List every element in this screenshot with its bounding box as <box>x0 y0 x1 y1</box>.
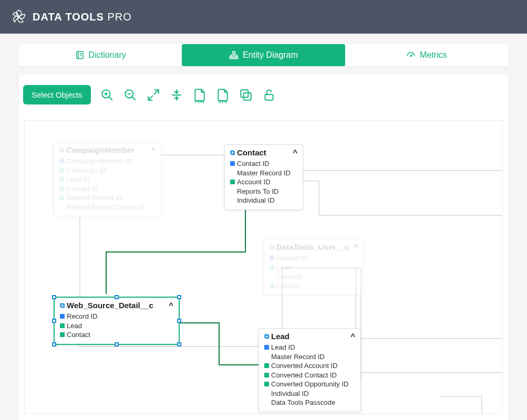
field-row: Record ID <box>60 312 173 321</box>
field-row: Converted Contact ID <box>264 371 355 380</box>
entity-web-source-detail[interactable]: ⧉ Web_Source_Detail__c ^ Record IDLeadCo… <box>54 297 180 345</box>
field-label: Converted Account ID <box>271 361 337 371</box>
entity-header[interactable]: ⧉ Web_Source_Detail__c ^ <box>55 298 179 311</box>
field-label: Contract <box>276 272 302 281</box>
field-row: Lead <box>60 321 173 331</box>
entity-header[interactable]: ⧉ Contact ^ <box>225 145 303 158</box>
field-marker <box>60 332 65 337</box>
export-png-icon[interactable]: PNG <box>193 88 206 102</box>
field-label: Master Record ID <box>237 169 291 178</box>
field-row: Contact <box>60 330 173 340</box>
field-label: Campaign Member ID <box>66 156 133 166</box>
resize-handle[interactable] <box>115 342 119 346</box>
field-row: Individual ID <box>264 389 355 398</box>
field-row: Campaign ID <box>59 166 156 175</box>
field-row: Account ID <box>230 177 297 187</box>
resize-handle[interactable] <box>177 319 181 323</box>
brand-bold: DATA TOOLS <box>33 11 104 23</box>
tab-dictionary[interactable]: Dictionary <box>19 44 182 66</box>
field-marker <box>230 171 235 175</box>
field-marker <box>60 314 65 319</box>
export-svg-icon[interactable]: SVG <box>216 88 230 102</box>
field-label: Converted Opportunity ID <box>271 380 348 389</box>
svg-rect-10 <box>265 94 273 100</box>
chevron-up-icon[interactable]: ^ <box>350 332 355 341</box>
external-link-icon: ⧉ <box>264 332 269 341</box>
field-row: Related Record ID <box>59 193 156 203</box>
entity-datatools-user[interactable]: ⧉ DataTools_User__c ^ Record IDLeadContr… <box>264 239 364 295</box>
resize-handle[interactable] <box>177 342 181 346</box>
tab-dictionary-label: Dictionary <box>89 50 126 60</box>
unlock-icon[interactable] <box>262 88 276 102</box>
resize-handle[interactable] <box>177 295 181 299</box>
entity-fields: Lead IDMaster Record IDConverted Account… <box>259 342 360 412</box>
external-link-icon: ⧉ <box>230 149 235 157</box>
entity-title: CampaignMember <box>66 145 135 154</box>
entity-contact[interactable]: ⧉ Contact ^ Contact IDMaster Record IDAc… <box>224 144 303 210</box>
png-label: PNG <box>195 99 204 104</box>
field-marker <box>230 189 235 194</box>
entity-header[interactable]: ⧉ DataTools_User__c ^ <box>264 239 363 253</box>
brand-light: PRO <box>104 11 132 23</box>
field-marker <box>59 186 64 191</box>
logo-icon <box>11 8 27 25</box>
copy-icon[interactable] <box>239 88 253 102</box>
resize-handle[interactable] <box>52 342 56 346</box>
field-marker <box>264 363 269 368</box>
svg-rect-9 <box>241 90 248 97</box>
collapse-icon[interactable] <box>170 88 183 102</box>
field-marker <box>264 345 269 350</box>
zoom-out-icon[interactable] <box>123 88 137 102</box>
field-marker <box>59 159 64 163</box>
field-marker <box>270 256 274 260</box>
chevron-up-icon[interactable]: ^ <box>293 148 297 157</box>
diagram-icon <box>229 50 239 60</box>
tab-bar: Dictionary Entity Diagram Metrics <box>19 44 508 66</box>
resize-handle[interactable] <box>115 295 119 299</box>
field-marker <box>59 168 64 173</box>
field-row: Master Record ID <box>264 352 355 362</box>
entity-header[interactable]: ⧉ Lead ^ <box>259 329 360 342</box>
app-header: DATA TOOLS PRO <box>0 0 527 34</box>
field-marker <box>264 391 269 396</box>
svg-rect-3 <box>233 57 235 59</box>
field-row: Individual ID <box>230 196 297 205</box>
tab-entity-diagram-label: Entity Diagram <box>243 50 298 60</box>
resize-handle[interactable] <box>52 319 56 323</box>
entity-fields: Contact IDMaster Record IDAccount IDRepo… <box>225 158 303 209</box>
field-label: Campaign ID <box>66 166 106 175</box>
field-label: Record ID <box>67 312 98 321</box>
book-icon <box>75 50 85 60</box>
tab-entity-diagram[interactable]: Entity Diagram <box>182 44 345 66</box>
field-row: Contact ID <box>59 184 156 194</box>
chevron-up-icon[interactable]: ^ <box>169 301 173 310</box>
field-marker <box>264 373 269 377</box>
tab-metrics-label: Metrics <box>420 50 447 60</box>
chevron-up-icon[interactable]: ^ <box>151 145 156 154</box>
diagram-canvas[interactable]: ⧉ CampaignMember ^ Campaign Member IDCam… <box>24 120 503 414</box>
select-objects-button[interactable]: Select Objects <box>23 85 91 104</box>
resize-handle[interactable] <box>52 295 56 299</box>
external-link-icon: ⧉ <box>59 146 64 154</box>
expand-icon[interactable] <box>147 88 160 102</box>
field-label: Contact <box>276 281 300 291</box>
tab-metrics[interactable]: Metrics <box>345 44 508 66</box>
field-row: Record ID <box>270 254 358 263</box>
field-row: Contact ID <box>230 159 297 169</box>
chevron-up-icon[interactable]: ^ <box>353 243 358 251</box>
field-label: Related Record ID <box>66 193 122 203</box>
field-marker <box>59 205 64 209</box>
zoom-in-icon[interactable] <box>100 88 114 102</box>
field-label: Lead <box>276 263 292 272</box>
entity-campaign-member[interactable]: ⧉ CampaignMember ^ Campaign Member IDCam… <box>54 142 161 216</box>
field-label: Lead ID <box>66 175 90 184</box>
entity-header[interactable]: ⧉ CampaignMember ^ <box>54 142 161 155</box>
field-label: Contact ID <box>66 184 98 194</box>
entity-lead[interactable]: ⧉ Lead ^ Lead IDMaster Record IDConverte… <box>259 328 361 412</box>
field-row: Contract <box>270 272 358 281</box>
field-label: Lead ID <box>271 343 295 352</box>
field-marker <box>264 382 269 386</box>
field-marker <box>59 177 64 182</box>
gauge-icon <box>406 50 416 60</box>
svg-label: SVG <box>218 99 227 104</box>
